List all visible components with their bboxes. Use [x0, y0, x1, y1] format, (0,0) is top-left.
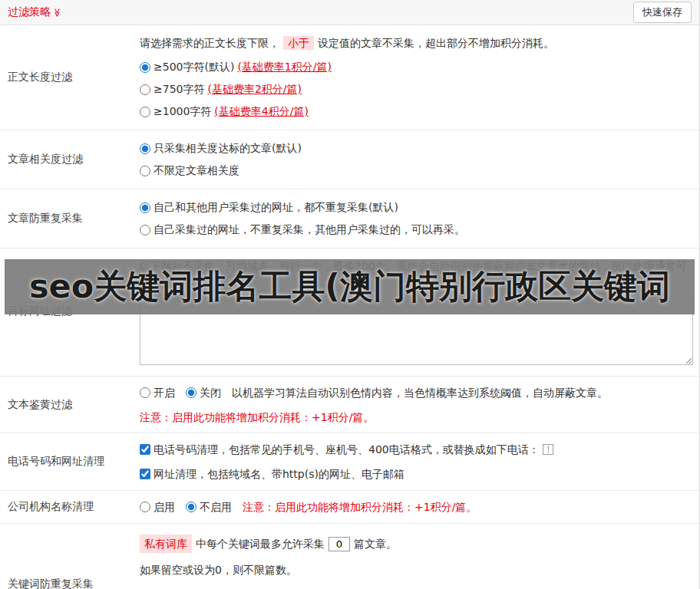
intro-highlight-lessthan: 小于 [283, 36, 314, 50]
replacement-phone-input[interactable] [543, 444, 553, 455]
checkbox-label: 电话号码清理，包括常见的手机号、座机号、400电话格式，或替换成如下电话： [154, 440, 540, 459]
checkbox-url-cleanup[interactable] [140, 469, 150, 479]
private-lexicon-highlight: 私有词库 [140, 535, 192, 553]
radio-relevance-strict[interactable] [140, 143, 150, 154]
radio-company-off[interactable] [186, 502, 196, 512]
radio-porn-on[interactable] [140, 387, 150, 398]
radio-label: 开启 [154, 383, 175, 402]
porn-filter-options: 开启 关闭 以机器学习算法自动识别色情内容，当色情概率达到系统阈值，自动屏蔽文章… [140, 383, 693, 402]
intro-post: 设定值的文章不采集，超出部分不增加积分消耗。 [318, 37, 554, 49]
row-dedupe-collection: 文章防重复采集 自己和其他用户采集过的网址，都不重复采集(默认) 自己采集过的网… [0, 189, 699, 248]
header-bar: 过滤策略 ≫ 快速保存 [0, 0, 699, 25]
radio-label: 自己和其他用户采集过的网址，都不重复采集(默认) [154, 196, 398, 219]
radio-relevance-any[interactable] [140, 166, 150, 176]
radio-option-750chars[interactable]: ≥750字符 (基础费率2积分/篇) [140, 78, 693, 100]
row-content-dedupe: 自己和其他用户采集过的网址，都不重复采集(默认) 自己采集过的网址，不重复采集，… [137, 189, 699, 248]
row-content-phone-cleanup: 电话号码清理，包括常见的手机号、座机号、400电话格式，或替换成如下电话： 网址… [137, 433, 699, 490]
radio-dedupe-self[interactable] [140, 225, 150, 235]
radio-option-relevance-strict[interactable]: 只采集相关度达标的文章(默认) [140, 137, 693, 160]
quick-save-button[interactable]: 快速保存 [633, 2, 692, 23]
radio-label: 启用 [154, 498, 175, 516]
page-title[interactable]: 过滤策略 ≫ [8, 5, 62, 19]
porn-filter-cost-note: 注意：启用此功能将增加积分消耗：+1积分/篇。 [140, 410, 693, 426]
row-relevance-filter: 文章相关度过滤 只采集相关度达标的文章(默认) 不限定文章相关度 [0, 130, 699, 189]
row-content-target-url: 以下网站不采集，只填域名，每行一个，最多200个。系统会自动识别并屏蔽那些非文章… [137, 248, 699, 374]
row-content-porn-filter: 开启 关闭 以机器学习算法自动识别色情内容，当色情概率达到系统阈值，自动屏蔽文章… [137, 377, 699, 433]
row-target-url-filter: 目标网址过滤 以下网站不采集，只填域名，每行一个，最多200个。系统会自动识别并… [0, 248, 699, 377]
radio-option-company-on[interactable]: 启用 [140, 498, 175, 516]
row-label-dedupe: 文章防重复采集 [0, 189, 137, 248]
row-label-porn-filter: 文本鉴黄过滤 [0, 377, 137, 433]
row-porn-filter: 文本鉴黄过滤 开启 关闭 以机器学习算法自动识别色情内容，当色情概率达到系统阈值… [0, 377, 699, 433]
radio-label: 关闭 [200, 383, 221, 402]
chevron-down-icon: ≫ [53, 8, 61, 17]
radio-750chars[interactable] [140, 84, 150, 95]
checkbox-option-phone-cleanup[interactable]: 电话号码清理，包括常见的手机号、座机号、400电话格式，或替换成如下电话： [140, 440, 693, 459]
radio-1000chars[interactable] [140, 107, 150, 117]
radio-option-1000chars[interactable]: ≥1000字符 (基础费率4积分/篇) [140, 100, 693, 123]
row-content-body-length: 请选择需求的正文长度下限，小于设定值的文章不采集，超出部分不增加积分消耗。 ≥5… [137, 25, 699, 130]
blocked-domains-textarea[interactable] [140, 301, 693, 365]
checkbox-label: 网址清理，包括纯域名、带http(s)的网址、电子邮箱 [154, 465, 404, 483]
filter-strategy-page: 过滤策略 ≫ 快速保存 正文长度过滤 请选择需求的正文长度下限，小于设定值的文章… [0, 0, 700, 589]
radio-label: 不限定文章相关度 [154, 160, 239, 182]
page-title-text: 过滤策略 [8, 5, 51, 19]
radio-label: 只采集相关度达标的文章(默认) [154, 137, 302, 160]
radio-option-company-off[interactable]: 不启用 [186, 498, 232, 516]
row-content-keyword-dedupe: 私有词库 中每个关键词最多允许采集 篇文章。 如果留空或设为0，则不限篇数。 如… [137, 524, 699, 589]
radio-option-500chars[interactable]: ≥500字符(默认) (基础费率1积分/篇) [140, 56, 693, 78]
row-content-company-cleanup: 启用 不启用 注意：启用此功能将增加积分消耗：+1积分/篇。 [137, 491, 699, 523]
row-label-relevance: 文章相关度过滤 [0, 130, 137, 189]
keyword-limit-text-end: 篇文章。 [354, 535, 397, 552]
row-label-phone-cleanup: 电话号码和网址清理 [0, 433, 137, 490]
radio-company-on[interactable] [140, 502, 150, 512]
rate-note-link-3[interactable]: (基础费率4积分/篇) [214, 100, 309, 123]
row-keyword-dedupe: 关键词防重复采集 私有词库 中每个关键词最多允许采集 篇文章。 如果留空或设为0… [0, 524, 699, 589]
row-label-target-url: 目标网址过滤 [0, 248, 137, 374]
row-company-name-cleanup: 公司机构名称清理 启用 不启用 注意：启用此功能将增加积分消耗：+1积分/篇。 [0, 491, 699, 524]
keyword-note-unlimited: 如果留空或设为0，则不限篇数。 [140, 561, 693, 578]
checkbox-phone-cleanup[interactable] [140, 444, 150, 455]
intro-pre: 请选择需求的正文长度下限， [140, 37, 279, 49]
radio-label: 不启用 [200, 498, 232, 516]
keyword-limit-line: 私有词库 中每个关键词最多允许采集 篇文章。 [140, 535, 693, 553]
body-length-intro: 请选择需求的正文长度下限，小于设定值的文章不采集，超出部分不增加积分消耗。 [140, 35, 693, 51]
checkbox-option-url-cleanup[interactable]: 网址清理，包括纯域名、带http(s)的网址、电子邮箱 [140, 465, 693, 483]
radio-label: ≥1000字符 [154, 100, 211, 123]
radio-option-dedupe-self[interactable]: 自己采集过的网址，不重复采集，其他用户采集过的，可以再采。 [140, 219, 693, 241]
company-cleanup-cost-note: 注意：启用此功能将增加积分消耗：+1积分/篇。 [243, 498, 477, 516]
radio-option-dedupe-all[interactable]: 自己和其他用户采集过的网址，都不重复采集(默认) [140, 196, 693, 219]
radio-option-porn-on[interactable]: 开启 [140, 383, 175, 402]
radio-option-relevance-any[interactable]: 不限定文章相关度 [140, 160, 693, 182]
keyword-limit-text: 中每个关键词最多允许采集 [196, 535, 325, 552]
radio-500chars[interactable] [140, 62, 150, 73]
row-label-company-cleanup: 公司机构名称清理 [0, 491, 137, 523]
row-body-length-filter: 正文长度过滤 请选择需求的正文长度下限，小于设定值的文章不采集，超出部分不增加积… [0, 25, 699, 130]
radio-option-porn-off[interactable]: 关闭 [186, 383, 221, 402]
row-label-keyword-dedupe: 关键词防重复采集 [0, 524, 137, 589]
row-content-relevance: 只采集相关度达标的文章(默认) 不限定文章相关度 [137, 130, 699, 189]
rate-note-link-2[interactable]: (基础费率2积分/篇) [207, 78, 302, 100]
keyword-article-count-input[interactable] [329, 537, 350, 551]
radio-porn-off[interactable] [186, 387, 196, 398]
radio-label: ≥750字符 [154, 78, 204, 100]
radio-dedupe-all[interactable] [140, 202, 150, 213]
row-phone-url-cleanup: 电话号码和网址清理 电话号码清理，包括常见的手机号、座机号、400电话格式，或替… [0, 433, 699, 491]
radio-label: ≥500字符(默认) [154, 56, 234, 78]
radio-label: 自己采集过的网址，不重复采集，其他用户采集过的，可以再采。 [154, 219, 465, 241]
porn-filter-description: 以机器学习算法自动识别色情内容，当色情概率达到系统阈值，自动屏蔽文章。 [232, 383, 608, 402]
row-label-body-length: 正文长度过滤 [0, 25, 137, 130]
rate-note-link-1[interactable]: (基础费率1积分/篇) [237, 56, 332, 78]
company-cleanup-options: 启用 不启用 注意：启用此功能将增加积分消耗：+1积分/篇。 [140, 498, 693, 516]
target-url-intro: 以下网站不采集，只填域名，每行一个，最多200个。系统会自动识别并屏蔽那些非文章… [140, 258, 693, 291]
